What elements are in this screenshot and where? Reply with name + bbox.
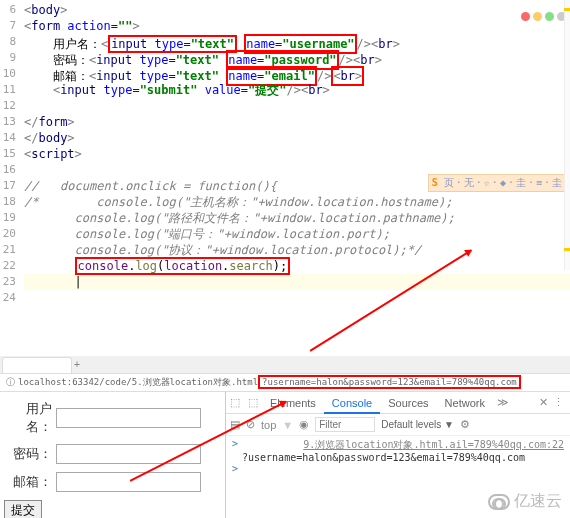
device-icon[interactable]: ⬚ (248, 396, 258, 409)
menu-icon[interactable]: ⋮ (553, 396, 564, 409)
devtools-tabs: ⬚ ⬚ Elements Console Sources Network ≫ ✕… (226, 392, 570, 414)
watermark-logo-icon (488, 494, 510, 510)
console-toolbar: ▤ ⊘ top ▼ ◉ Default levels ▼ ⚙ (226, 414, 570, 436)
browser-tab[interactable] (2, 357, 72, 373)
gear-icon[interactable]: ⚙ (460, 418, 470, 431)
console-output: ?username=halon&password=123&email=789%4… (242, 452, 525, 463)
source-link[interactable]: 9.浏览器location对象.html.ail=789%40qq.com:22 (242, 438, 564, 452)
url-path: localhost:63342/code/5.浏览器location对象.htm… (18, 377, 258, 387)
comment-line: console.log("路径和文件名："+window.location.pa… (24, 210, 570, 226)
inspect-icon[interactable]: ⬚ (230, 396, 240, 409)
watermark: 亿速云 (488, 491, 562, 512)
comment-line: console.log("协议："+window.location.protoc… (24, 242, 570, 258)
code-content[interactable]: <body> <form action=""> 用户名：<input type=… (18, 0, 570, 306)
label-text: 用户名： (53, 37, 101, 51)
username-field[interactable] (56, 408, 201, 428)
address-bar[interactable]: ⓘ localhost:63342/code/5.浏览器location对象.h… (0, 374, 570, 392)
editor-status-icons (521, 12, 566, 21)
email-field[interactable] (56, 472, 201, 492)
username-label: 用户名： (4, 400, 52, 436)
more-tabs-icon[interactable]: ≫ (497, 396, 509, 409)
password-label: 密码： (4, 445, 52, 463)
console-body[interactable]: >9.浏览器location对象.html.ail=789%40qq.com:2… (226, 436, 570, 476)
info-icon[interactable]: ⓘ (4, 377, 16, 389)
submit-button[interactable]: 提交 (4, 500, 42, 518)
rendered-page: 用户名： 密码： 邮箱： 提交 (0, 392, 225, 518)
prompt-icon: > (232, 463, 242, 474)
label-text: 邮箱： (53, 69, 89, 83)
label-text: 密码： (53, 53, 89, 67)
comment-line: console.log("端口号："+window.location.port)… (24, 226, 570, 242)
tab-network[interactable]: Network (437, 392, 493, 414)
comment-line: /* console.log("主机名称："+window.location.h… (24, 194, 570, 210)
line-gutter: 6789101112131415161718192021222324 (0, 0, 16, 306)
browser-window: + ⓘ localhost:63342/code/5.浏览器location对象… (0, 356, 570, 518)
live-expr-icon[interactable]: ◉ (299, 418, 309, 431)
prompt-icon: > (232, 438, 242, 452)
minimap[interactable] (564, 0, 570, 270)
email-label: 邮箱： (4, 473, 52, 491)
tab-sources[interactable]: Sources (380, 392, 436, 414)
url-query: ?username=halon&password=123&email=789%4… (258, 375, 521, 389)
tab-elements[interactable]: Elements (262, 392, 324, 414)
context-select[interactable]: top (261, 419, 276, 431)
attr: action= (67, 19, 118, 33)
code-editor: 6789101112131415161718192021222324 <body… (0, 0, 570, 306)
levels-select[interactable]: Default levels ▼ (381, 419, 454, 430)
filter-input[interactable] (315, 417, 375, 432)
tab-console[interactable]: Console (324, 392, 380, 414)
close-icon[interactable]: ✕ (539, 396, 548, 409)
browser-tabs[interactable]: + (0, 356, 570, 374)
editor-toolbar-widget[interactable]: S 页·无·☆·◆·圭·≡·圭 (428, 174, 568, 192)
val: "" (118, 19, 132, 33)
watermark-text: 亿速云 (514, 491, 562, 512)
